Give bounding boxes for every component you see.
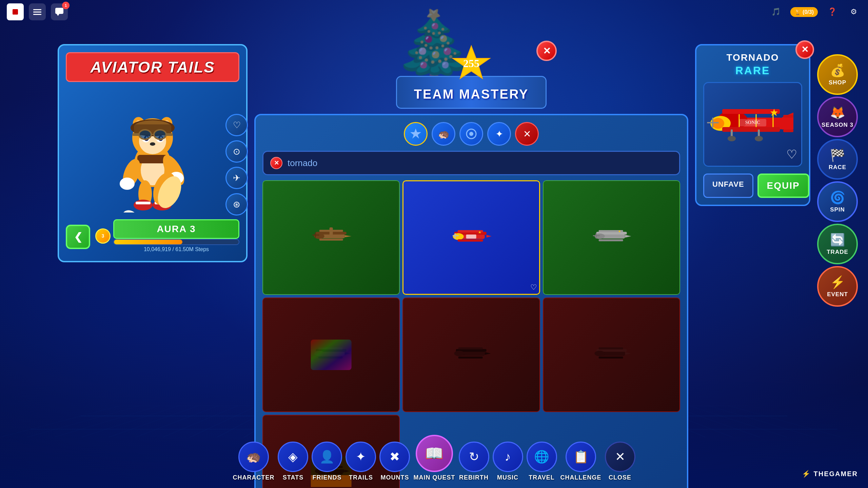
equip-button[interactable]: EQUIP — [757, 174, 809, 198]
item-cell-6[interactable] — [543, 298, 680, 412]
nav-friends[interactable]: 👤 FRIENDS — [312, 442, 342, 481]
svg-point-47 — [469, 132, 473, 136]
trophy-badge[interactable]: 🏆 (0/3) — [790, 7, 818, 17]
nav-close[interactable]: ✕ CLOSE — [605, 442, 635, 481]
top-bar: 1 🎵 🏆 (0/3) ❓ ⚙ — [0, 0, 868, 24]
svg-point-86 — [454, 351, 465, 356]
season-label: SEASON 3 — [822, 122, 853, 128]
top-left-icons: 1 — [7, 3, 68, 20]
stats-nav-label: STATS — [283, 474, 303, 481]
roblox-logo[interactable] — [7, 3, 24, 20]
action-buttons: UNFAVE EQUIP — [703, 174, 802, 198]
item-cell-2[interactable]: ♡ — [402, 180, 540, 295]
nav-mounts[interactable]: ✖ MOUNTS — [379, 442, 410, 481]
svg-rect-83 — [311, 340, 352, 370]
chat-button[interactable]: 1 — [51, 3, 68, 20]
race-icon: 🏁 — [830, 148, 845, 162]
trade-button[interactable]: 🔄 TRADE — [817, 224, 858, 264]
svg-point-92 — [594, 351, 605, 356]
icon-tabs: 🦔 ✦ ✕ — [262, 122, 680, 146]
plane-thumb-2 — [403, 222, 539, 253]
svg-rect-2 — [33, 9, 41, 10]
right-panel-close-button[interactable]: ✕ — [795, 40, 814, 59]
svg-rect-88 — [458, 347, 483, 349]
svg-rect-94 — [598, 347, 623, 349]
main-quest-nav-label: MAIN QUEST — [413, 474, 455, 481]
search-text: tornado — [288, 158, 672, 168]
item-cell-5[interactable] — [402, 298, 540, 412]
svg-marker-6 — [57, 14, 59, 16]
svg-rect-3 — [33, 12, 41, 13]
close-nav-icon: ✕ — [605, 442, 635, 472]
music-button[interactable]: 🎵 — [769, 4, 784, 19]
character-name-badge: AURA 3 — [113, 219, 239, 239]
rebirth-nav-label: REBIRTH — [459, 474, 489, 481]
right-panel: ✕ TORNADO RARE — [695, 44, 810, 206]
tab-icon-1[interactable]: 🦔 — [432, 122, 455, 146]
svg-point-33 — [120, 178, 135, 190]
mounts-nav-icon: ✖ — [379, 442, 410, 472]
character-nav-icon: 🦔 — [238, 442, 269, 472]
close-main-button[interactable]: ✕ — [536, 41, 557, 61]
item-preview: SONIC ♡ — [703, 82, 802, 167]
plane-thumb-3 — [544, 222, 679, 253]
svg-rect-66 — [458, 239, 483, 242]
shop-button[interactable]: 💰 SHOP — [817, 54, 858, 95]
top-right-icons: 🎵 🏆 (0/3) ❓ ⚙ — [769, 4, 861, 19]
tab-icon-4[interactable]: ✕ — [515, 122, 539, 146]
character-title: AVIATOR TAILS — [77, 58, 228, 76]
svg-rect-75 — [598, 239, 623, 241]
filter-type[interactable]: ✈ — [225, 167, 248, 189]
svg-rect-60 — [466, 235, 476, 239]
mastery-title: TEAM MASTERY — [414, 87, 529, 102]
rebirth-nav-icon: ↻ — [459, 442, 489, 472]
tab-icon-2[interactable] — [459, 122, 483, 146]
svg-rect-55 — [315, 232, 316, 238]
filter-equipped[interactable]: ⊙ — [225, 140, 248, 163]
menu-button[interactable] — [29, 3, 46, 20]
help-button[interactable]: ❓ — [825, 4, 840, 19]
tab-icon-0[interactable] — [404, 122, 428, 146]
mastery-container: 255 TEAM MASTERY ✕ — [396, 44, 547, 109]
xp-bar — [113, 239, 239, 245]
race-button[interactable]: 🏁 RACE — [817, 139, 858, 180]
event-label: EVENT — [827, 291, 848, 298]
nav-travel[interactable]: 🌐 TRAVEL — [527, 442, 557, 481]
filter-sidebar: ♡ ⊙ ✈ ⊛ — [225, 114, 248, 216]
nav-rebirth[interactable]: ↻ REBIRTH — [459, 442, 489, 481]
nav-challenge[interactable]: 📋 CHALLENGE — [560, 442, 601, 481]
svg-rect-89 — [458, 357, 483, 359]
nav-stats[interactable]: ◈ STATS — [278, 442, 308, 481]
settings-button[interactable]: ⚙ — [846, 4, 861, 19]
travel-nav-label: TRAVEL — [529, 474, 555, 481]
spin-icon: 🌀 — [830, 190, 845, 205]
trails-nav-label: TRAILS — [349, 474, 373, 481]
item-cell-3[interactable] — [543, 180, 680, 295]
nav-character[interactable]: 🦔 CHARACTER — [233, 442, 274, 481]
trade-icon: 🔄 — [830, 233, 845, 247]
svg-point-43 — [120, 208, 139, 212]
plane-thumb-5 — [403, 340, 539, 370]
friends-nav-icon: 👤 — [312, 442, 342, 472]
nav-trails[interactable]: ✦ TRAILS — [346, 442, 376, 481]
music-nav-label: MUSIC — [497, 474, 518, 481]
svg-rect-39 — [136, 202, 151, 204]
filter-other[interactable]: ⊛ — [225, 193, 248, 216]
svg-rect-95 — [598, 357, 623, 359]
season3-button[interactable]: 🦊 SEASON 3 — [817, 97, 858, 137]
tab-icon-3[interactable]: ✦ — [487, 122, 511, 146]
item-cell-4[interactable] — [262, 298, 400, 412]
item-cell-1[interactable] — [262, 180, 400, 295]
filter-favorites[interactable]: ♡ — [225, 114, 248, 136]
spin-button[interactable]: 🌀 SPIN — [817, 181, 858, 222]
item-rarity: RARE — [703, 64, 802, 77]
stats-nav-icon: ◈ — [278, 442, 308, 472]
challenge-nav-label: CHALLENGE — [560, 474, 601, 481]
nav-music[interactable]: ♪ MUSIC — [493, 442, 523, 481]
prev-button[interactable]: ❮ — [66, 225, 90, 249]
search-close-button[interactable]: ✕ — [270, 157, 282, 169]
event-button[interactable]: ⚡ EVENT — [817, 266, 858, 307]
svg-rect-115 — [783, 115, 793, 118]
unfave-button[interactable]: UNFAVE — [703, 174, 753, 198]
nav-main-quest[interactable]: 📖 MAIN QUEST — [413, 435, 455, 481]
